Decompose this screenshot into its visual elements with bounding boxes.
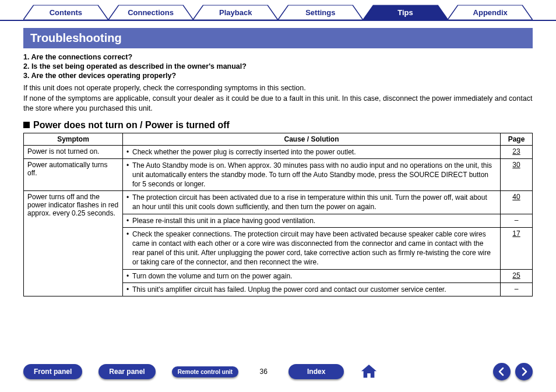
rear-panel-button[interactable]: Rear panel	[98, 364, 155, 379]
tab-label: Settings	[305, 8, 335, 17]
front-panel-button[interactable]: Front panel	[23, 364, 82, 379]
top-tab-bar: Contents Connections Playback Settings T…	[0, 0, 556, 21]
cell-page: 17	[501, 227, 533, 269]
nav-arrows	[493, 363, 533, 380]
next-page-button[interactable]	[515, 363, 533, 380]
section-title: Troubleshooting	[23, 28, 533, 48]
cell-page: –	[501, 282, 533, 296]
intro-p2: If none of the symptoms are applicable, …	[23, 94, 533, 114]
cell-cause: This unit's amplifier circuit has failed…	[123, 282, 501, 296]
tab-contents[interactable]: Contents	[23, 5, 108, 20]
cell-cause: Check the speaker connections. The prote…	[123, 227, 501, 269]
tab-label: Tips	[397, 8, 413, 17]
cell-cause: Turn down the volume and turn on the pow…	[123, 269, 501, 282]
index-button[interactable]: Index	[288, 364, 344, 379]
cell-page: 40	[501, 191, 533, 214]
cell-symptom: Power turns off and the power indicator …	[24, 191, 123, 296]
page-link[interactable]: 30	[512, 161, 520, 169]
checklist-item: 3. Are the other devices operating prope…	[23, 72, 533, 80]
tab-label: Appendix	[473, 8, 508, 17]
prev-page-button[interactable]	[493, 363, 511, 380]
page-link[interactable]: 17	[512, 229, 520, 238]
cell-page: 25	[501, 269, 533, 282]
page-link[interactable]: 40	[512, 193, 520, 201]
th-symptom: Symptom	[24, 133, 123, 145]
square-bullet-icon	[23, 122, 30, 128]
tab-tips[interactable]: Tips	[363, 5, 448, 20]
cell-page: 30	[501, 158, 533, 191]
cell-cause: The Auto Standby mode is on. When approx…	[123, 158, 501, 191]
intro-p1: If this unit does not operate properly, …	[23, 83, 533, 94]
table-row: Power turns off and the power indicator …	[24, 191, 533, 214]
tab-playback[interactable]: Playback	[193, 5, 278, 20]
home-icon[interactable]	[360, 363, 378, 380]
cell-cause: The protection circuit has been activate…	[123, 191, 501, 214]
cell-symptom: Power automatically turns off.	[24, 158, 123, 191]
table-row: Power automatically turns off. The Auto …	[24, 158, 533, 191]
cell-cause: Please re-install this unit in a place h…	[123, 214, 501, 227]
page-number: 36	[255, 368, 272, 376]
cell-cause: Check whether the power plug is correctl…	[123, 145, 501, 158]
tab-settings[interactable]: Settings	[278, 5, 363, 20]
th-page: Page	[501, 133, 533, 145]
footer-bar: Front panel Rear panel Remote control un…	[0, 363, 556, 380]
tab-connections[interactable]: Connections	[108, 5, 193, 20]
checklist-item: 2. Is the set being operated as describe…	[23, 62, 533, 70]
cell-symptom: Power is not turned on.	[24, 145, 123, 158]
remote-control-button[interactable]: Remote control unit	[172, 366, 238, 377]
subheading-text: Power does not turn on / Power is turned…	[33, 120, 230, 130]
cell-page: 23	[501, 145, 533, 158]
checklist-item: 1. Are the connections correct?	[23, 53, 533, 61]
checklist: 1. Are the connections correct? 2. Is th…	[23, 53, 533, 80]
table-header-row: Symptom Cause / Solution Page	[24, 133, 533, 145]
page-link[interactable]: 25	[512, 271, 520, 280]
troubleshooting-table: Symptom Cause / Solution Page Power is n…	[23, 133, 533, 296]
intro-text: If this unit does not operate properly, …	[23, 83, 533, 114]
tab-label: Connections	[128, 8, 174, 17]
cell-page: –	[501, 214, 533, 227]
tab-label: Contents	[50, 8, 82, 17]
table-row: Power is not turned on. Check whether th…	[24, 145, 533, 158]
tab-label: Playback	[219, 8, 252, 17]
subheading: Power does not turn on / Power is turned…	[23, 120, 533, 130]
th-cause: Cause / Solution	[123, 133, 501, 145]
page-link[interactable]: 23	[512, 147, 520, 156]
tab-appendix[interactable]: Appendix	[448, 5, 533, 20]
